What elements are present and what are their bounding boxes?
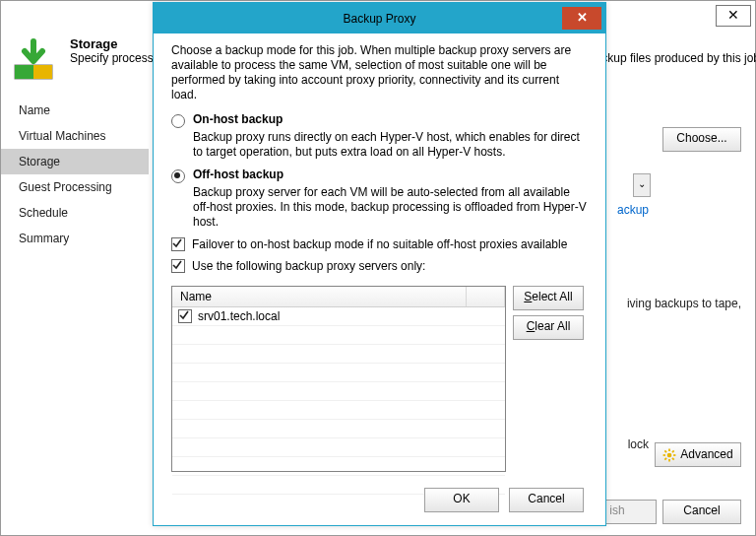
svg-line-10	[665, 457, 667, 459]
cancel-button[interactable]: Cancel	[509, 488, 584, 512]
sidebar-item-virtual-machines[interactable]: Virtual Machines	[1, 123, 149, 149]
option-desc: Backup proxy runs directly on each Hyper…	[193, 130, 588, 160]
side-text-block: lock	[628, 437, 649, 451]
checkbox-icon[interactable]	[178, 309, 192, 323]
option-label: Off-host backup	[193, 168, 284, 181]
radio-icon[interactable]	[171, 169, 185, 183]
storage-icon	[11, 36, 56, 84]
sidebar-item-name[interactable]: Name	[1, 98, 149, 123]
sidebar-item-summary[interactable]: Summary	[1, 226, 149, 251]
list-item[interactable]: srv01.tech.local	[172, 307, 505, 326]
column-spacer	[467, 287, 505, 306]
side-text-tape: iving backups to tape,	[627, 297, 741, 310]
checkbox-label: Use the following backup proxy servers o…	[192, 259, 425, 273]
checkbox-use-only[interactable]: Use the following backup proxy servers o…	[171, 259, 588, 273]
option-desc: Backup proxy server for each VM will be …	[193, 185, 588, 230]
list-item-label: srv01.tech.local	[198, 309, 280, 323]
gear-icon	[662, 448, 676, 462]
close-icon[interactable]: ✕	[716, 5, 751, 27]
sidebar-item-schedule[interactable]: Schedule	[1, 200, 149, 226]
advanced-button[interactable]: Advanced	[655, 442, 741, 467]
dialog-titlebar: Backup Proxy ✕	[154, 3, 605, 34]
close-icon[interactable]: ✕	[562, 7, 601, 30]
svg-line-8	[665, 450, 667, 452]
column-name: Name	[172, 287, 467, 306]
svg-line-11	[672, 450, 674, 452]
checkbox-icon[interactable]	[171, 259, 185, 273]
list-header: Name	[172, 287, 505, 307]
wizard-sidebar: Name Virtual Machines Storage Guest Proc…	[1, 98, 149, 251]
clear-all-button[interactable]: Clear All	[513, 315, 584, 340]
select-all-button[interactable]: Select All	[513, 286, 584, 310]
sidebar-item-guest-processing[interactable]: Guest Processing	[1, 174, 149, 200]
checkbox-failover[interactable]: Failover to on-host backup mode if no su…	[171, 237, 588, 251]
option-label: On-host backup	[193, 112, 283, 126]
sidebar-item-storage[interactable]: Storage	[1, 149, 149, 174]
advanced-label: Advanced	[680, 444, 732, 465]
svg-point-3	[667, 452, 672, 457]
dialog-footer: OK Cancel	[158, 480, 601, 521]
combo-chevron-icon[interactable]: ⌄	[633, 173, 651, 197]
choose-button[interactable]: Choose...	[662, 127, 741, 152]
dialog-title: Backup Proxy	[158, 7, 601, 32]
cancel-button[interactable]: Cancel	[662, 500, 741, 524]
svg-rect-2	[33, 65, 52, 79]
svg-line-9	[672, 457, 674, 459]
ok-button[interactable]: OK	[424, 488, 499, 512]
svg-rect-1	[15, 65, 33, 79]
checkbox-icon[interactable]	[171, 237, 185, 251]
link-text[interactable]: ackup	[617, 203, 649, 217]
option-off-host[interactable]: Off-host backup	[171, 168, 588, 183]
proxy-list[interactable]: Name srv01.tech.local	[171, 286, 506, 472]
dialog-intro: Choose a backup mode for this job. When …	[171, 43, 588, 102]
checkbox-label: Failover to on-host backup mode if no su…	[192, 237, 567, 251]
option-on-host[interactable]: On-host backup	[171, 112, 588, 128]
backup-proxy-dialog: Backup Proxy ✕ Choose a backup mode for …	[153, 2, 606, 526]
radio-icon[interactable]	[171, 114, 185, 128]
